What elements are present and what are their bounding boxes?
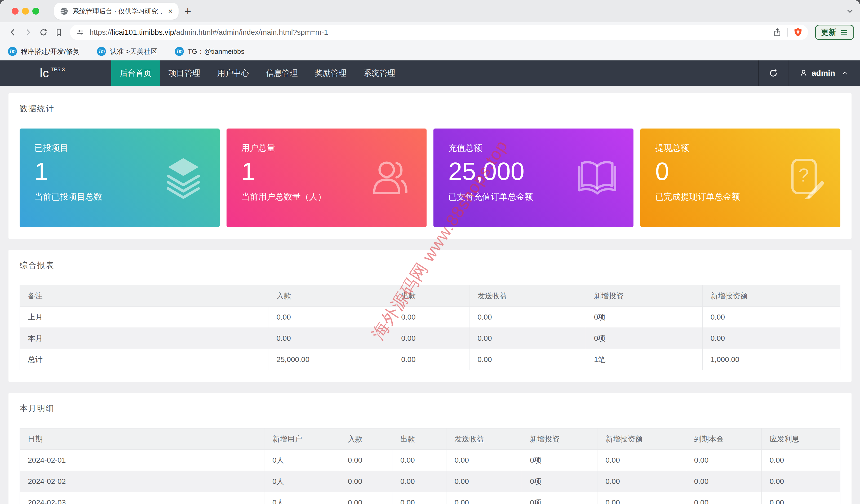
user-icon — [799, 69, 808, 78]
nav-item-user-center[interactable]: 用户中心 — [209, 60, 258, 86]
column-header: 入款 — [340, 429, 392, 450]
bookmarks-bar: Tm程序搭建/开发/修复Tm认准->天美社区TmTG：@tianmeibbs — [0, 42, 860, 60]
column-header: 新增用户 — [264, 429, 340, 450]
forward-button[interactable] — [22, 27, 34, 38]
close-window-button[interactable] — [12, 8, 18, 15]
users-icon — [369, 156, 412, 199]
chevron-up-icon — [842, 70, 848, 76]
browser-tab[interactable]: 系统管理后台 · 仅供学习研究， × — [54, 3, 178, 19]
browser-window: 系统管理后台 · 仅供学习研究， × + https://licai101.ti… — [0, 0, 860, 504]
url-bar[interactable]: https://licai101.timibbs.vip/admin.html#… — [70, 25, 808, 40]
site-favicon-icon — [60, 7, 68, 15]
report-table: 备注入款出款发送收益新增投资新增投资额上月0.000.000.000项0.00本… — [19, 285, 841, 370]
column-header: 新增投资额 — [702, 285, 840, 306]
document-question-icon: ? — [783, 156, 826, 199]
svg-text:?: ? — [799, 164, 809, 186]
refresh-button[interactable] — [759, 60, 788, 86]
column-header: 发送收益 — [470, 285, 586, 306]
table-row: 总计25,000.000.000.001笔1,000.00 — [20, 349, 841, 370]
table-cell: 0.00 — [702, 328, 840, 349]
table-cell: 上月 — [20, 306, 268, 328]
divider — [787, 28, 788, 37]
table-cell: 0项 — [586, 306, 702, 328]
main-content: 数据统计 已投项目1当前已投项目总数用户总量1当前用户总数量（人）充值总额25,… — [0, 86, 860, 504]
minimize-window-button[interactable] — [22, 8, 29, 15]
bookmark-page-icon[interactable] — [53, 27, 64, 38]
column-header: 新增投资 — [586, 285, 702, 306]
table-cell: 0.00 — [470, 306, 586, 328]
share-icon[interactable] — [773, 28, 782, 37]
section-title-detail: 本月明细 — [19, 403, 841, 414]
nav-item-info[interactable]: 信息管理 — [258, 60, 306, 86]
report-panel: 综合报表 备注入款出款发送收益新增投资新增投资额上月0.000.000.000项… — [9, 250, 851, 382]
bookmark-item-2[interactable]: TmTG：@tianmeibbs — [175, 47, 244, 56]
table-row: 2024-02-010人0.000.000.000项0.000.000.00 — [20, 450, 841, 471]
table-cell: 0.00 — [702, 306, 840, 328]
table-cell: 0.00 — [598, 471, 686, 492]
logo[interactable]: lcTP5.3 — [0, 60, 111, 86]
stat-card-3: 提现总额0已完成提现订单总金额? — [640, 129, 841, 227]
window-controls — [12, 8, 39, 15]
table-cell: 0.00 — [470, 328, 586, 349]
bookmark-favicon-icon: Tm — [97, 47, 106, 56]
bookmark-label: 认准->天美社区 — [110, 47, 157, 56]
table-cell: 0项 — [522, 492, 598, 504]
table-cell: 0.00 — [393, 349, 470, 370]
bookmark-label: TG：@tianmeibbs — [188, 47, 244, 56]
table-cell: 0.00 — [392, 492, 446, 504]
layers-icon — [162, 156, 205, 199]
bookmark-item-0[interactable]: Tm程序搭建/开发/修复 — [8, 47, 80, 56]
detail-table: 日期新增用户入款出款发送收益新增投资新增投资额到期本金应发利息2024-02-0… — [19, 428, 841, 504]
column-header: 应发利息 — [761, 429, 840, 450]
stat-card-1: 用户总量1当前用户总数量（人） — [227, 129, 427, 227]
table-cell: 0.00 — [761, 492, 840, 504]
detail-panel: 本月明细 日期新增用户入款出款发送收益新增投资新增投资额到期本金应发利息2024… — [9, 393, 851, 504]
nav-item-reward[interactable]: 奖励管理 — [306, 60, 355, 86]
brave-shields-icon[interactable] — [793, 28, 803, 37]
site-settings-icon[interactable] — [76, 28, 84, 36]
column-header: 新增投资 — [522, 429, 598, 450]
table-cell: 0.00 — [340, 492, 392, 504]
table-header-row: 备注入款出款发送收益新增投资新增投资额 — [20, 285, 841, 306]
main-menu: 后台首页项目管理用户中心信息管理奖励管理系统管理 — [111, 60, 404, 86]
table-cell: 0.00 — [268, 306, 393, 328]
nav-item-home[interactable]: 后台首页 — [111, 60, 160, 86]
column-header: 新增投资额 — [598, 429, 686, 450]
column-header: 入款 — [268, 285, 393, 306]
url-text: https://licai101.timibbs.vip/admin.html#… — [89, 28, 773, 37]
stat-card-2: 充值总额25,000已支付充值订单总金额 — [433, 129, 633, 227]
table-cell: 0.00 — [470, 349, 586, 370]
stat-card-0: 已投项目1当前已投项目总数 — [19, 129, 220, 227]
column-header: 到期本金 — [686, 429, 761, 450]
tab-list-chevron-icon[interactable] — [846, 7, 854, 15]
table-cell: 0.00 — [393, 306, 470, 328]
zoom-window-button[interactable] — [32, 8, 39, 15]
table-cell: 2024-02-01 — [20, 450, 264, 471]
tab-close-icon[interactable]: × — [168, 6, 173, 16]
new-tab-button[interactable]: + — [184, 5, 191, 17]
bookmark-item-1[interactable]: Tm认准->天美社区 — [97, 47, 157, 56]
user-menu[interactable]: admin — [788, 60, 860, 86]
column-header: 发送收益 — [446, 429, 522, 450]
table-cell: 0.00 — [761, 471, 840, 492]
table-cell: 0.00 — [393, 328, 470, 349]
column-header: 出款 — [392, 429, 446, 450]
table-cell: 0.00 — [598, 450, 686, 471]
table-cell: 0.00 — [598, 492, 686, 504]
table-row: 2024-02-030人0.000.000.000项0.000.000.00 — [20, 492, 841, 504]
table-cell: 2024-02-03 — [20, 492, 264, 504]
section-title-stats: 数据统计 — [19, 103, 841, 114]
table-cell: 0.00 — [446, 492, 522, 504]
reload-button[interactable] — [38, 27, 49, 38]
menu-icon — [840, 28, 848, 36]
nav-item-system[interactable]: 系统管理 — [355, 60, 404, 86]
table-cell: 0.00 — [686, 471, 761, 492]
nav-item-project[interactable]: 项目管理 — [160, 60, 209, 86]
update-button[interactable]: 更新 — [815, 25, 854, 40]
back-button[interactable] — [7, 27, 18, 38]
table-cell: 0人 — [264, 471, 340, 492]
table-cell: 总计 — [20, 349, 268, 370]
table-cell: 0.00 — [446, 450, 522, 471]
browser-toolbar: https://licai101.timibbs.vip/admin.html#… — [0, 22, 860, 42]
section-title-report: 综合报表 — [19, 260, 841, 271]
